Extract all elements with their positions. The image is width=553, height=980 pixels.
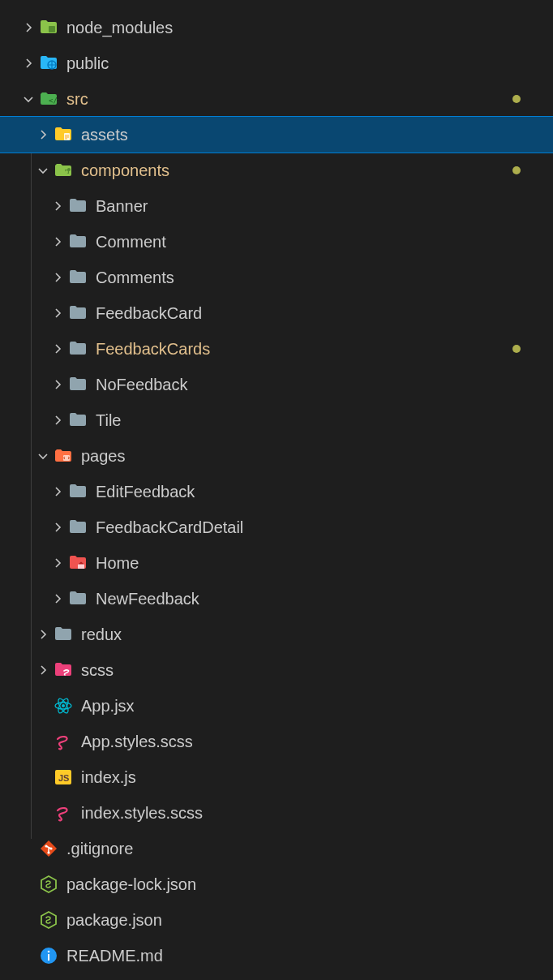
folder-gray-icon [68, 518, 88, 537]
tree-item-label: redux [81, 626, 122, 643]
tree-item-label: EditFeedback [96, 484, 195, 500]
chevron-right-icon[interactable] [50, 377, 65, 392]
tree-item[interactable]: Banner [0, 188, 553, 224]
chevron-right-icon[interactable] [50, 520, 65, 535]
tree-item-label: index.js [81, 769, 136, 785]
folder-gray-icon [68, 375, 88, 394]
tree-item-label: package-lock.json [66, 876, 196, 892]
chevron-right-icon[interactable] [36, 627, 50, 642]
chevron-down-icon[interactable] [21, 92, 36, 106]
folder-gray-icon [68, 410, 88, 430]
react-icon [54, 696, 73, 716]
tree-item[interactable]: package.json [0, 902, 553, 938]
modified-dot-icon [512, 345, 521, 353]
tree-item[interactable]: components [0, 153, 553, 188]
tree-item[interactable]: scss [0, 652, 553, 688]
svg-rect-0 [49, 26, 55, 32]
folder-green-puzzle-icon [54, 161, 73, 180]
chevron-right-icon[interactable] [36, 663, 50, 677]
tree-item[interactable]: redux [0, 617, 553, 652]
folder-pink-sass-icon [54, 660, 73, 680]
git-icon [39, 839, 58, 858]
sass-icon [54, 732, 73, 751]
tree-item-label: index.styles.scss [81, 805, 203, 821]
tree-item[interactable]: Comments [0, 260, 553, 295]
tree-item-label: Home [96, 555, 139, 571]
nodejs-icon [39, 910, 58, 930]
chevron-right-icon[interactable] [50, 306, 65, 320]
tree-item-label: App.jsx [81, 698, 135, 714]
tree-item[interactable]: assets [0, 117, 553, 153]
info-icon [39, 946, 58, 965]
tree-item-label: App.styles.scss [81, 733, 193, 750]
tree-item[interactable]: </>src [0, 81, 553, 117]
folder-gray-icon [54, 625, 73, 644]
tree-item-label: src [66, 91, 88, 107]
modified-dot-icon [512, 166, 521, 174]
chevron-right-icon[interactable] [50, 591, 65, 606]
svg-text:</>: </> [49, 97, 58, 105]
tree-item[interactable]: pages [0, 438, 553, 474]
tree-item-label: assets [81, 127, 128, 143]
chevron-right-icon[interactable] [50, 484, 65, 499]
tree-item-label: public [66, 55, 109, 71]
tree-item[interactable]: public [0, 45, 553, 81]
chevron-right-icon[interactable] [50, 342, 65, 356]
chevron-right-icon[interactable] [36, 127, 50, 142]
svg-rect-15 [48, 954, 49, 961]
chevron-right-icon[interactable] [50, 234, 65, 249]
tree-item-label: NoFeedback [96, 376, 187, 393]
tree-item[interactable]: Comment [0, 224, 553, 260]
svg-text:JS: JS [58, 773, 69, 783]
folder-orange-code-icon [54, 446, 73, 466]
folder-blue-globe-icon [39, 54, 58, 73]
folder-green-dim-icon [39, 18, 58, 37]
tree-item-label: .gitignore [66, 840, 133, 857]
tree-item[interactable]: FeedbackCard [0, 295, 553, 331]
tree-item[interactable]: App.styles.scss [0, 724, 553, 759]
folder-gray-icon [68, 482, 88, 501]
tree-item-label: Comments [96, 269, 174, 286]
tree-item[interactable]: NewFeedback [0, 581, 553, 617]
tree-item-label: README.md [66, 948, 163, 964]
tree-item-label: FeedbackCards [96, 341, 210, 357]
folder-gray-icon [68, 589, 88, 608]
sass-icon [54, 803, 73, 823]
tree-item[interactable]: JSindex.js [0, 759, 553, 795]
chevron-down-icon[interactable] [36, 163, 50, 178]
nodejs-icon [39, 875, 58, 894]
tree-item-label: FeedbackCard [96, 305, 202, 321]
tree-item[interactable]: README.md [0, 938, 553, 974]
tree-item[interactable]: .gitignore [0, 831, 553, 866]
chevron-right-icon[interactable] [50, 270, 65, 285]
tree-item-label: NewFeedback [96, 591, 199, 607]
chevron-right-icon[interactable] [21, 20, 36, 35]
chevron-right-icon[interactable] [21, 56, 36, 71]
chevron-right-icon[interactable] [50, 199, 65, 213]
tree-item[interactable]: EditFeedback [0, 474, 553, 509]
tree-item[interactable]: FeedbackCardDetail [0, 509, 553, 545]
tree-item[interactable]: Tile [0, 402, 553, 438]
svg-point-5 [62, 704, 65, 707]
tree-item[interactable]: App.jsx [0, 688, 553, 724]
tree-item[interactable]: index.styles.scss [0, 795, 553, 831]
tree-item[interactable]: NoFeedback [0, 367, 553, 402]
tree-item[interactable]: package-lock.json [0, 866, 553, 902]
tree-item[interactable]: FeedbackCards [0, 331, 553, 367]
modified-dot-icon [512, 95, 521, 103]
svg-point-16 [48, 951, 50, 953]
folder-gray-icon [68, 303, 88, 323]
tree-item-label: Tile [96, 412, 121, 428]
folder-gray-icon [68, 232, 88, 251]
tree-item-label: package.json [66, 912, 162, 928]
chevron-down-icon[interactable] [36, 449, 50, 463]
tree-item-label: Banner [96, 198, 148, 214]
tree-item[interactable]: node_modules [0, 10, 553, 45]
tree-item[interactable]: Home [0, 545, 553, 581]
file-explorer[interactable]: node_modulespublic</>srcassetscomponents… [0, 0, 553, 974]
tree-item-label: pages [81, 448, 126, 464]
chevron-right-icon[interactable] [50, 413, 65, 428]
chevron-right-icon[interactable] [50, 556, 65, 570]
folder-yellow-doc-icon [54, 125, 73, 144]
tree-item-label: scss [81, 662, 114, 678]
